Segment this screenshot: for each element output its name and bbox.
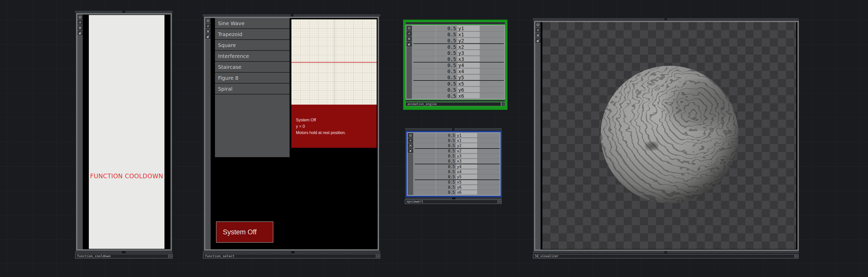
- resize-bar-segment[interactable]: [293, 14, 380, 16]
- bypass-flag-icon[interactable]: [78, 20, 83, 25]
- list-item-square[interactable]: Square: [215, 40, 289, 51]
- resize-bar-segment[interactable]: [456, 198, 501, 199]
- resize-bar-segment[interactable]: [203, 251, 291, 253]
- resize-handle[interactable]: [452, 197, 455, 199]
- resize-bar-segment[interactable]: [667, 251, 799, 253]
- resize-bar-segment[interactable]: [405, 198, 452, 199]
- channel-slider-x1[interactable]: 0.5x1: [415, 138, 500, 143]
- channel-slider-y2[interactable]: 0.5y2: [415, 143, 500, 149]
- bypass-flag-icon[interactable]: [535, 27, 540, 33]
- system-off-button[interactable]: System Off: [216, 221, 273, 243]
- channel-slider-x3[interactable]: 0.5x3: [413, 56, 504, 62]
- resize-bar-segment[interactable]: [405, 128, 452, 130]
- delete-flag-icon[interactable]: [406, 36, 412, 42]
- node-name-bar: 3d_visualizer +: [533, 254, 799, 258]
- channel-name: y6: [458, 87, 464, 93]
- list-item-staircase[interactable]: Staircase: [215, 62, 289, 72]
- resize-bar-segment[interactable]: [295, 251, 380, 253]
- channel-slider-x1[interactable]: 0.5x1: [413, 32, 504, 38]
- bypass-flag-icon[interactable]: [406, 31, 412, 36]
- resize-bar-segment[interactable]: [406, 100, 505, 101]
- channel-slider-x6[interactable]: 0.5x6: [415, 190, 500, 195]
- lock-flag-icon[interactable]: [205, 34, 211, 39]
- viewer-frame: [534, 21, 799, 251]
- resize-bar-segment[interactable]: [125, 11, 172, 13]
- channel-name: y5: [458, 75, 464, 80]
- node-name-field[interactable]: animation_engine: [406, 102, 501, 106]
- viewer-flag-icon[interactable]: [205, 18, 211, 23]
- viewer-flag-icon[interactable]: [408, 133, 413, 138]
- resize-bar-segment[interactable]: [75, 251, 122, 253]
- channel-slider-x5[interactable]: 0.5x5: [413, 81, 504, 87]
- lock-flag-icon[interactable]: [406, 42, 412, 47]
- channel-name: y2: [458, 38, 464, 43]
- channel-slider-y4[interactable]: 0.5y4: [413, 62, 504, 68]
- channel-slider-x2[interactable]: 0.5x2: [413, 44, 504, 50]
- lock-flag-icon[interactable]: [78, 30, 83, 36]
- delete-flag-icon[interactable]: [535, 33, 540, 38]
- list-item-trapezoid[interactable]: Trapezoid: [215, 29, 289, 40]
- viewer-flag-icon[interactable]: [78, 14, 83, 20]
- channel-slider-x2[interactable]: 0.5x2: [415, 149, 500, 154]
- list-item-spiral[interactable]: Spiral: [215, 84, 289, 94]
- list-item-figure-8[interactable]: Figure 8: [215, 72, 289, 84]
- channel-value: 0.5: [415, 138, 455, 143]
- channel-slider-x4[interactable]: 0.5x4: [415, 170, 500, 175]
- channel-slider-x6[interactable]: 0.5x6: [413, 93, 504, 99]
- lock-flag-icon[interactable]: [408, 148, 413, 153]
- delete-flag-icon[interactable]: [78, 25, 83, 30]
- resize-handle[interactable]: [122, 251, 125, 253]
- lock-flag-icon[interactable]: [535, 38, 540, 43]
- channel-slider-y4[interactable]: 0.5y4: [415, 164, 500, 170]
- node-name-bar: opviewer1 +: [405, 199, 501, 204]
- resize-bar-segment[interactable]: [126, 251, 172, 253]
- bypass-flag-icon[interactable]: [205, 23, 211, 29]
- expand-parameters-button[interactable]: +: [795, 254, 799, 258]
- node-name-field[interactable]: 3d_visualizer: [533, 254, 795, 258]
- node-name-field[interactable]: function_select: [203, 254, 376, 258]
- channel-value: 0.5: [413, 75, 456, 80]
- resize-bar-segment[interactable]: [533, 251, 664, 253]
- chop-channel-sliders: 0.5y1 0.5x1 0.5y2 0.5x2 0.5y3 0.5x3 0.5y…: [413, 26, 504, 99]
- resize-bar-segment[interactable]: [667, 18, 799, 20]
- resize-bar-segment[interactable]: [455, 128, 501, 130]
- channel-slider-y3[interactable]: 0.5y3: [413, 50, 504, 56]
- viewer-flag-icon[interactable]: [406, 26, 412, 31]
- 3d-viewport[interactable]: [542, 22, 796, 249]
- channel-slider-y3[interactable]: 0.5y3: [415, 154, 500, 159]
- list-item-interference[interactable]: Interference: [215, 51, 289, 62]
- expand-parameters-button[interactable]: +: [169, 254, 173, 258]
- channel-slider-y1[interactable]: 0.5y1: [413, 26, 504, 32]
- resize-handle[interactable]: [291, 251, 294, 253]
- expand-parameters-button[interactable]: +: [377, 254, 380, 258]
- channel-slider-x4[interactable]: 0.5x4: [413, 68, 504, 75]
- channel-slider-y6[interactable]: 0.5y6: [413, 87, 504, 93]
- resize-bar-segment[interactable]: [533, 18, 664, 20]
- bypass-flag-icon[interactable]: [408, 138, 413, 143]
- list-item-sine-wave[interactable]: Sine Wave: [215, 18, 289, 29]
- resize-bar-segment[interactable]: [406, 22, 505, 24]
- viewer-flag-icon[interactable]: [535, 22, 540, 27]
- channel-slider-y2[interactable]: 0.5y2: [413, 38, 504, 44]
- network-editor-background[interactable]: FUNCTION COOLDOWN function_cooldown +: [0, 0, 868, 277]
- channel-slider-y5[interactable]: 0.5y5: [415, 175, 500, 180]
- node-name-field[interactable]: function_cooldown: [75, 254, 168, 258]
- status-line-1: System Off: [296, 117, 377, 123]
- waveform-plot[interactable]: [291, 19, 377, 104]
- node-viewer-animation-engine-selected: 0.5y1 0.5x1 0.5y2 0.5x2 0.5y3 0.5x3 0.5y…: [403, 20, 507, 110]
- expand-parameters-button[interactable]: +: [501, 102, 505, 106]
- cooldown-display-viewport[interactable]: FUNCTION COOLDOWN: [89, 15, 164, 249]
- delete-flag-icon[interactable]: [408, 143, 413, 148]
- channel-slider-x5[interactable]: 0.5x5: [415, 180, 500, 185]
- channel-name: x5: [458, 81, 464, 87]
- channel-slider-y6[interactable]: 0.5y6: [415, 185, 500, 190]
- channel-slider-y5[interactable]: 0.5y5: [413, 75, 504, 81]
- node-name-bar: function_select +: [203, 254, 380, 258]
- channel-slider-y1[interactable]: 0.5y1: [415, 133, 500, 138]
- resize-bar-segment[interactable]: [75, 11, 122, 13]
- channel-slider-x3[interactable]: 0.5x3: [415, 159, 500, 164]
- resize-bar-segment[interactable]: [203, 14, 290, 16]
- expand-parameters-button[interactable]: +: [498, 199, 501, 204]
- node-name-field[interactable]: opviewer1: [405, 199, 498, 204]
- delete-flag-icon[interactable]: [205, 29, 211, 34]
